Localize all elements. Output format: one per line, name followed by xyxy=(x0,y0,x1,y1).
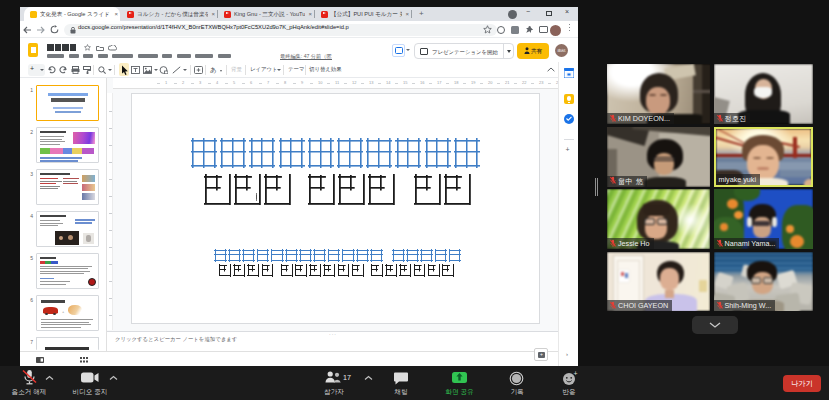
svg-text:+: + xyxy=(574,371,578,377)
